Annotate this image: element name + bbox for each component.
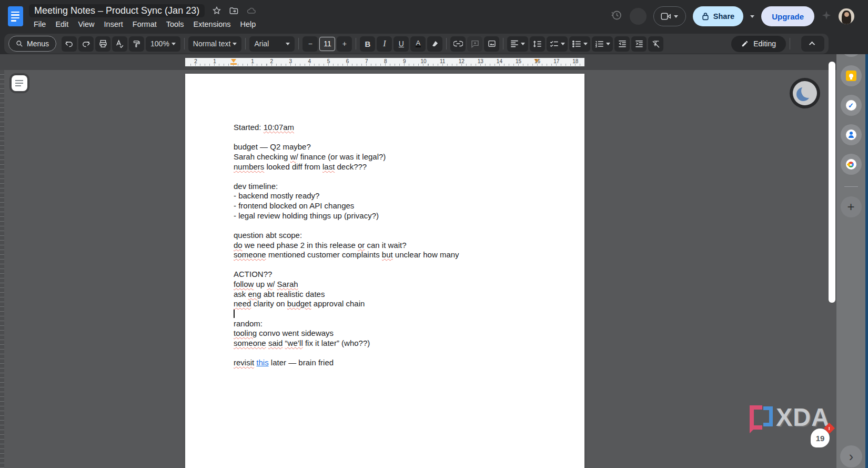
cloud-status-icon (246, 5, 257, 16)
menu-file[interactable]: File (29, 19, 51, 29)
doc-line: someone said “we’ll fix it later” (who??… (234, 338, 560, 348)
ruler-number: 1 (251, 58, 254, 64)
xda-watermark: XDA 19 ! (750, 405, 830, 430)
doc-line (234, 172, 560, 182)
account-avatar[interactable] (839, 8, 854, 24)
decrease-indent-button[interactable] (614, 36, 630, 52)
menu-edit[interactable]: Edit (51, 19, 73, 29)
document-text[interactable]: Started: 10:07am budget — Q2 maybe?Sarah… (234, 123, 560, 368)
hide-side-panel-button[interactable]: › (840, 445, 862, 467)
dark-mode-toggle-button[interactable] (790, 78, 820, 108)
share-options-chevron-icon[interactable] (750, 15, 754, 18)
text-run: approval chain (311, 299, 365, 308)
paint-format-button[interactable] (129, 36, 144, 52)
paragraph-style-select[interactable]: Normal text (188, 36, 242, 52)
share-label: Share (713, 12, 734, 21)
version-history-icon[interactable] (610, 9, 623, 24)
highlight-color-button[interactable] (427, 36, 442, 52)
redo-button[interactable] (78, 36, 94, 52)
show-outline-button[interactable] (12, 75, 27, 91)
increase-font-size-button[interactable]: + (337, 36, 352, 52)
doc-line: - frontend blocked on API changes (234, 201, 560, 211)
vertical-ruler (0, 70, 4, 468)
text-run: deck??? (335, 162, 367, 171)
bold-button[interactable]: B (360, 36, 375, 52)
ruler-number: 7 (365, 58, 368, 64)
text-run: Sarah checking (234, 152, 290, 161)
font-size-input[interactable]: 11 (319, 37, 335, 51)
doc-line: - legal review holding things up (privac… (234, 211, 560, 221)
google-docs-logo-icon[interactable] (8, 6, 23, 26)
italic-button[interactable]: I (377, 36, 392, 52)
font-select[interactable]: Arial (249, 36, 295, 52)
text-run: later — brain fried (269, 358, 334, 367)
star-icon[interactable] (212, 6, 221, 15)
menu-help[interactable]: Help (236, 19, 261, 29)
menu-tools[interactable]: Tools (162, 19, 189, 29)
text-run: clarity on (251, 299, 287, 308)
misspelled-word: “we’ll (285, 338, 303, 347)
ruler-number: 13 (478, 58, 483, 64)
pencil-icon (741, 40, 749, 47)
doc-line (234, 221, 560, 231)
maps-app-button[interactable] (841, 154, 862, 175)
horizontal-ruler: 21123456789101112131415161718 (185, 58, 584, 66)
menu-extensions[interactable]: Extensions (189, 19, 236, 29)
doc-line (234, 133, 560, 143)
tasks-app-button[interactable]: ✓ (841, 95, 862, 116)
upgrade-button[interactable]: Upgrade (761, 6, 814, 26)
text-run: question abt scope: (234, 231, 302, 240)
left-indent-marker[interactable] (231, 59, 236, 63)
menu-insert[interactable]: Insert (99, 19, 128, 29)
get-addons-button[interactable]: + (841, 196, 862, 217)
misspelled-word: someone (234, 250, 266, 259)
menu-format[interactable]: Format (128, 19, 162, 29)
text-run: unclear how many (393, 250, 459, 259)
underline-button[interactable]: U (393, 36, 409, 52)
chevron-down-icon (233, 43, 237, 45)
hyperlink[interactable]: this (256, 358, 268, 367)
share-button[interactable]: Share (693, 6, 743, 26)
xda-bracket-right-icon (763, 406, 773, 426)
vertical-scrollbar[interactable] (829, 62, 835, 303)
zoom-select[interactable]: 100% (146, 36, 180, 52)
increase-indent-button[interactable] (631, 36, 647, 52)
ruler-number: 1 (213, 58, 216, 64)
left-margin-marker[interactable] (230, 63, 237, 65)
bulleted-list-button[interactable] (569, 36, 590, 52)
print-button[interactable] (95, 36, 110, 52)
insert-link-button[interactable] (450, 36, 466, 52)
keep-app-button[interactable] (841, 65, 862, 86)
contacts-app-button[interactable] (841, 124, 862, 145)
numbered-list-button[interactable] (592, 36, 613, 52)
line-spacing-button[interactable] (530, 36, 545, 52)
search-menus-button[interactable]: Menus (8, 36, 56, 52)
doc-line: dev timeline: (234, 182, 560, 192)
ruler-number: 17 (553, 58, 559, 64)
move-folder-icon[interactable] (229, 6, 239, 16)
doc-line (234, 309, 560, 319)
misspelled-word: but (382, 250, 393, 259)
clear-formatting-button[interactable] (648, 36, 663, 52)
text-run: looked diff from (264, 162, 322, 171)
text-run: budget — Q2 maybe? (234, 142, 311, 151)
join-call-button[interactable] (653, 6, 686, 26)
text-color-button[interactable]: A (410, 36, 426, 52)
editing-mode-button[interactable]: Editing (731, 36, 786, 52)
ruler-number: 3 (289, 58, 292, 64)
align-button[interactable] (507, 36, 528, 52)
decrease-font-size-button[interactable]: − (302, 36, 318, 52)
spell-check-button[interactable] (112, 36, 127, 52)
ruler-number: 15 (516, 58, 521, 64)
undo-button[interactable] (62, 36, 77, 52)
document-page[interactable]: Started: 10:07am budget — Q2 maybe?Sarah… (185, 74, 584, 468)
gemini-sparkle-icon (821, 10, 832, 23)
misspelled-word: last (322, 162, 335, 171)
document-title[interactable]: Meeting Notes – Product Sync (Jan 23) (29, 4, 205, 17)
hide-menus-button[interactable] (801, 36, 824, 52)
insert-image-button[interactable] (484, 36, 499, 52)
add-comment-button (467, 36, 482, 52)
checklist-button[interactable] (547, 36, 568, 52)
misspelled-word: budget (287, 299, 311, 308)
menu-view[interactable]: View (73, 19, 99, 29)
